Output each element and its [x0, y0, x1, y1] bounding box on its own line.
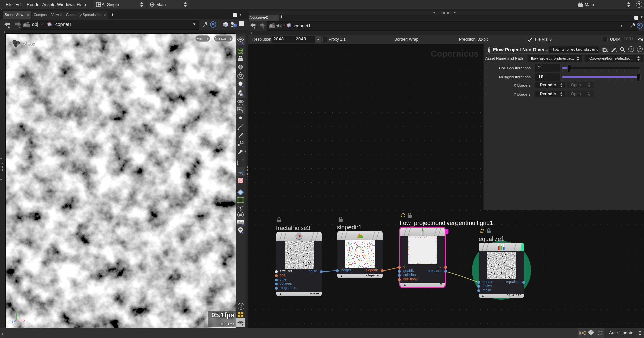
svg-text:12: 12	[240, 141, 244, 145]
svg-text:12: 12	[240, 149, 243, 153]
svg-text:x: x	[23, 318, 25, 322]
svg-text:z: z	[12, 319, 14, 323]
svg-text:y: y	[15, 309, 17, 313]
